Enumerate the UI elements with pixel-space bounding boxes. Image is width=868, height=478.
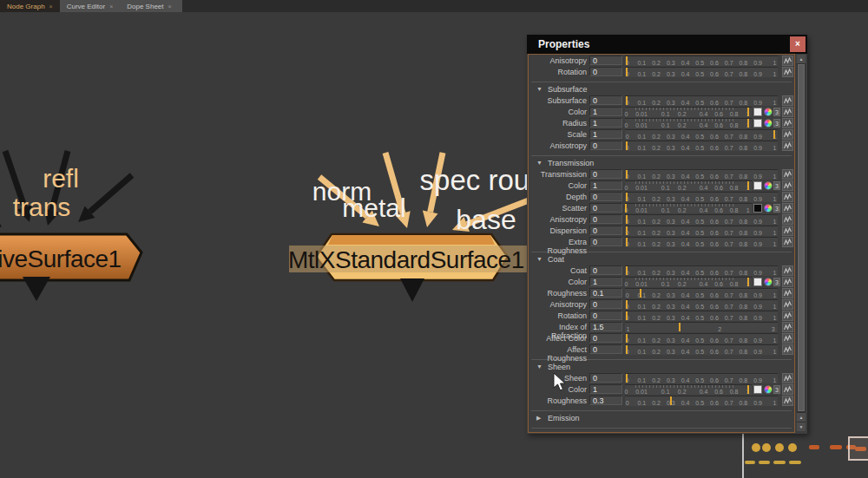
param-slider[interactable]: 00.10.20.30.40.50.60.70.80.91 xyxy=(625,67,778,77)
param-value-input[interactable]: 0.1 xyxy=(589,288,622,298)
tab-curve-editor[interactable]: Curve Editor × xyxy=(60,0,121,12)
curve-editor-button[interactable] xyxy=(782,141,793,151)
properties-panel-header[interactable]: Properties × xyxy=(527,35,807,54)
slider-handle[interactable] xyxy=(626,141,628,150)
param-slider[interactable]: 00.10.20.30.40.50.60.70.80.91 xyxy=(625,288,778,298)
slider-handle[interactable] xyxy=(626,170,628,179)
color-swatch[interactable] xyxy=(753,181,762,190)
curve-editor-button[interactable] xyxy=(782,169,793,180)
panel-close-button[interactable]: × xyxy=(790,36,806,52)
param-slider[interactable]: 00.010.10.20.40.60.81 xyxy=(625,107,752,117)
color-wheel-icon[interactable] xyxy=(764,181,773,190)
slider-handle[interactable] xyxy=(626,215,628,224)
color-wheel-icon[interactable] xyxy=(764,119,773,128)
panel-scrollbar[interactable]: ▲ ▲ ▼ xyxy=(797,55,806,431)
param-slider[interactable]: 00.10.20.30.40.50.60.70.80.91 xyxy=(625,265,778,276)
param-value-input[interactable]: 1 xyxy=(589,180,622,190)
curve-editor-button[interactable] xyxy=(782,203,793,213)
tab-close-icon[interactable]: × xyxy=(109,3,113,10)
slider-handle[interactable] xyxy=(626,374,628,383)
param-value-input[interactable]: 0 xyxy=(589,214,622,224)
color-wheel-icon[interactable] xyxy=(764,385,773,394)
param-value-input[interactable]: 0.3 xyxy=(589,396,622,405)
param-value-input[interactable]: 1.5 xyxy=(589,322,622,331)
param-value-input[interactable]: 1 xyxy=(589,384,622,394)
color-channels-button[interactable]: 3 xyxy=(773,108,780,116)
scroll-down-icon[interactable]: ▼ xyxy=(797,422,806,431)
param-slider[interactable]: 00.10.20.30.40.50.60.70.80.91 xyxy=(625,311,778,321)
param-slider[interactable]: 00.10.20.30.40.50.60.70.80.91 xyxy=(625,344,778,355)
param-slider[interactable]: 00.10.20.30.40.50.60.70.80.91 xyxy=(625,299,778,310)
tab-close-icon[interactable]: × xyxy=(168,3,172,10)
curve-editor-button[interactable] xyxy=(782,265,793,276)
param-slider[interactable]: 00.10.20.30.40.50.60.70.80.91 xyxy=(625,192,778,202)
collapsed-triangle-icon[interactable]: ▶ xyxy=(536,432,541,433)
param-value-input[interactable]: 0 xyxy=(589,265,622,275)
color-swatch[interactable] xyxy=(753,108,762,116)
node-label-center[interactable]: MtlXStandardSurface1 xyxy=(288,246,524,274)
param-slider[interactable]: 00.10.20.30.40.50.60.70.80.91 xyxy=(625,237,778,247)
param-value-input[interactable]: 0 xyxy=(589,169,622,179)
curve-editor-button[interactable] xyxy=(782,214,793,225)
slider-handle[interactable] xyxy=(626,68,628,76)
param-value-input[interactable]: 0 xyxy=(589,344,622,354)
slider-handle[interactable] xyxy=(626,96,628,105)
param-slider[interactable]: 00.010.10.20.40.60.81 xyxy=(625,180,752,191)
param-slider[interactable]: 00.010.10.20.40.60.81 xyxy=(625,384,752,395)
param-slider[interactable]: 00.10.20.30.40.50.60.70.80.91 xyxy=(625,56,778,66)
param-value-input[interactable]: 0 xyxy=(589,141,622,150)
param-slider[interactable]: 00.10.20.30.40.50.60.70.80.91 xyxy=(625,396,778,406)
curve-editor-button[interactable] xyxy=(782,67,793,77)
slider-handle[interactable] xyxy=(747,385,749,394)
color-swatch[interactable] xyxy=(753,204,762,213)
slider-handle[interactable] xyxy=(747,181,749,190)
curve-editor-button[interactable] xyxy=(782,95,793,106)
param-value-input[interactable]: 1 xyxy=(589,129,622,139)
param-value-input[interactable]: 1 xyxy=(589,107,622,116)
param-value-input[interactable]: 1 xyxy=(589,118,622,128)
curve-editor-button[interactable] xyxy=(782,277,793,287)
slider-handle[interactable] xyxy=(626,300,628,309)
slider-handle[interactable] xyxy=(626,56,628,65)
color-wheel-icon[interactable] xyxy=(764,204,773,213)
tab-close-icon[interactable]: × xyxy=(49,3,53,10)
curve-editor-button[interactable] xyxy=(782,311,793,321)
expanded-triangle-icon[interactable]: ▼ xyxy=(536,363,542,370)
color-swatch[interactable] xyxy=(753,119,762,128)
param-slider[interactable]: 00.10.20.30.40.50.60.70.80.91 xyxy=(625,226,778,236)
curve-editor-button[interactable] xyxy=(782,288,793,298)
slider-handle[interactable] xyxy=(670,396,672,405)
param-value-input[interactable]: 0 xyxy=(589,373,622,383)
slider-handle[interactable] xyxy=(747,278,749,286)
param-value-input[interactable]: 0 xyxy=(589,95,622,105)
slider-handle[interactable] xyxy=(679,323,681,331)
curve-editor-button[interactable] xyxy=(782,333,793,344)
curve-editor-button[interactable] xyxy=(782,107,793,117)
param-slider[interactable]: 00.010.10.20.40.60.81 xyxy=(625,203,752,213)
slider-handle[interactable] xyxy=(747,108,749,116)
param-slider[interactable]: 123 xyxy=(625,322,778,332)
curve-editor-button[interactable] xyxy=(782,180,793,191)
curve-editor-button[interactable] xyxy=(782,322,793,332)
param-value-input[interactable]: 0 xyxy=(589,237,622,246)
slider-handle[interactable] xyxy=(626,266,628,275)
curve-editor-button[interactable] xyxy=(782,56,793,66)
curve-editor-button[interactable] xyxy=(782,118,793,128)
param-value-input[interactable]: 0 xyxy=(589,226,622,235)
curve-editor-button[interactable] xyxy=(782,129,793,140)
color-wheel-icon[interactable] xyxy=(764,108,773,116)
param-value-input[interactable]: 0 xyxy=(589,299,622,309)
param-value-input[interactable]: 0 xyxy=(589,203,622,213)
curve-editor-button[interactable] xyxy=(782,344,793,355)
curve-editor-button[interactable] xyxy=(782,299,793,310)
slider-handle[interactable] xyxy=(625,204,627,213)
param-slider[interactable]: 00.10.20.30.40.50.60.70.80.91 xyxy=(625,129,778,140)
section-header-thin-film[interactable]: ▶Thin Film xyxy=(529,431,794,433)
color-channels-button[interactable]: 3 xyxy=(773,385,780,394)
color-channels-button[interactable]: 3 xyxy=(773,119,780,128)
curve-editor-button[interactable] xyxy=(782,226,793,236)
scrollbar-thumb[interactable] xyxy=(798,64,805,411)
param-value-input[interactable]: 0 xyxy=(589,333,622,343)
slider-handle[interactable] xyxy=(626,334,628,343)
color-channels-button[interactable]: 3 xyxy=(773,181,780,190)
